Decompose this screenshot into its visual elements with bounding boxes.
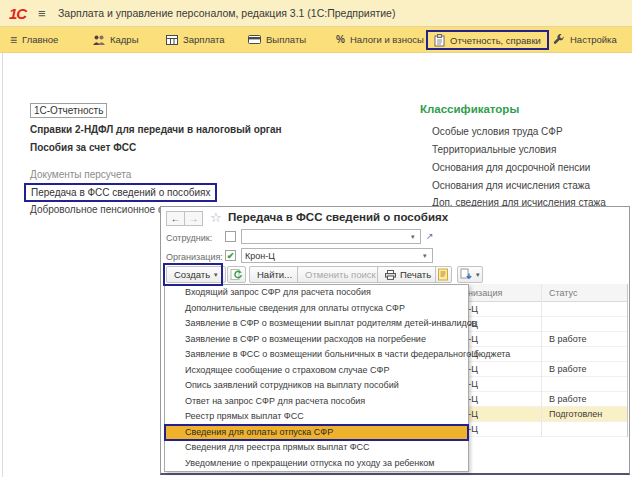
create-by-copy-button[interactable] xyxy=(227,266,246,283)
app-screen: 1С ≡ Зарплата и управление персоналом, р… xyxy=(0,0,632,477)
card-icon xyxy=(248,34,261,45)
copy-document-icon xyxy=(230,268,243,281)
link-1c-reporting[interactable]: 1С-Отчетность xyxy=(30,103,107,118)
menubar-item-taxes[interactable]: % Налоги и взносы xyxy=(336,27,424,52)
employee-label: Сотрудник: xyxy=(166,233,212,243)
nav-buttons: ← → xyxy=(166,211,203,226)
attach-file-button[interactable] xyxy=(435,266,452,283)
menubar-item-reports-annotated[interactable]: Отчетность, справки xyxy=(426,30,549,50)
section-menubar: ≡ Главное Кадры Зарплата Выплаты % Налог… xyxy=(0,27,632,53)
menubar-item-main[interactable]: ≡ Главное xyxy=(10,27,58,52)
employee-input[interactable] xyxy=(241,229,421,244)
menu-item-request-answer[interactable]: Ответ на запрос СФР для расчета пособия xyxy=(165,394,468,410)
people-icon xyxy=(92,34,105,46)
menu-item-funeral-claim[interactable]: Заявление в СФР о возмещении расходов на… xyxy=(165,332,468,348)
window-title: Зарплата и управление персоналом, редакц… xyxy=(58,0,395,27)
organization-input[interactable] xyxy=(241,248,433,263)
chevron-down-icon: ▾ xyxy=(476,271,480,279)
cancel-search-button[interactable]: Отменить поиск xyxy=(297,266,384,283)
find-button[interactable]: Найти... xyxy=(249,266,300,283)
clipboard-icon xyxy=(434,34,445,47)
window-titlebar: 1С ≡ Зарплата и управление персоналом, р… xyxy=(0,0,632,27)
link-fss-benefit-transfer-annotated[interactable]: Передача в ФСС сведений о пособиях xyxy=(24,183,217,202)
menu-item-sick-leave-claim[interactable]: Заявление в ФСС о возмещении больничных … xyxy=(165,347,468,363)
employee-dropdown-icon[interactable]: ▾ xyxy=(411,233,415,241)
menu-item-direct-payments-registry[interactable]: Реестр прямых выплат ФСС xyxy=(165,409,468,425)
forward-button[interactable]: → xyxy=(184,211,203,226)
employee-checkbox[interactable] xyxy=(225,231,236,242)
menubar-item-payments[interactable]: Выплаты xyxy=(248,27,306,52)
printer-icon xyxy=(385,270,396,280)
classifiers-title: Классификаторы xyxy=(420,103,519,115)
classifier-link-special-conditions[interactable]: Особые условия труда СФР xyxy=(432,126,563,137)
dialog-title: Передача в ФСС сведений о пособиях xyxy=(228,211,448,223)
link-fss-benefits[interactable]: Пособия за счет ФСС xyxy=(30,142,136,153)
menu-item-claims-list[interactable]: Опись заявлений сотрудников на выплату п… xyxy=(165,378,468,394)
menu-item-additional-info[interactable]: Дополнительные сведения для оплаты отпус… xyxy=(165,301,468,317)
yellow-document-icon xyxy=(438,268,449,281)
chevron-down-icon: ▾ xyxy=(214,271,218,279)
organization-label: Организация: xyxy=(166,252,223,262)
list-icon: ≡ xyxy=(10,33,17,47)
classifier-link-early-pension[interactable]: Основания для досрочной пенсии xyxy=(432,162,590,173)
export-document-icon xyxy=(460,268,472,281)
open-link-icon[interactable]: ↗ xyxy=(426,231,434,241)
table-icon xyxy=(166,34,178,46)
organization-checkbox[interactable]: ✔ xyxy=(225,250,236,261)
window-left-frame xyxy=(2,53,3,477)
back-button[interactable]: ← xyxy=(166,211,185,226)
organization-dropdown-icon[interactable]: ▾ xyxy=(423,252,427,260)
menubar-item-settings[interactable]: Настройка xyxy=(552,27,617,52)
send-more-button[interactable]: ▾ xyxy=(457,266,483,283)
menu-item-incoming-request[interactable]: Входящий запрос СФР для расчета пособия xyxy=(165,285,468,301)
fss-transfer-dialog: ← → ☆ Передача в ФСС сведений о пособиях… xyxy=(160,206,630,475)
column-divider xyxy=(541,284,542,437)
wrench-icon xyxy=(552,33,565,46)
menu-item-registry-info[interactable]: Сведения для реестра прямых выплат ФСС xyxy=(165,440,468,456)
create-button[interactable]: Создать▾ xyxy=(166,266,226,283)
label-persuchet-docs: Документы персучета xyxy=(30,169,131,180)
1c-logo: 1С xyxy=(9,5,26,22)
menubar-item-salary[interactable]: Зарплата xyxy=(166,27,225,52)
menu-item-childcare-leave-notice[interactable]: Уведомление о прекращении отпуска по ухо… xyxy=(165,456,468,472)
menubar-item-hr[interactable]: Кадры xyxy=(92,27,138,52)
menu-item-vacation-pay-info-highlighted[interactable]: Сведения для оплаты отпуска СФР xyxy=(165,425,468,441)
menu-item-outgoing-message[interactable]: Исходящее сообщение о страховом случае С… xyxy=(165,363,468,379)
main-menu-icon[interactable]: ≡ xyxy=(38,6,46,21)
classifier-link-service-basis[interactable]: Основания для исчисления стажа xyxy=(432,180,590,191)
classifier-link-territorial[interactable]: Территориальные условия xyxy=(432,144,556,155)
favorite-star-icon[interactable]: ☆ xyxy=(210,210,222,225)
percent-icon: % xyxy=(336,34,345,45)
create-dropdown-menu: Входящий запрос СФР для расчета пособия … xyxy=(164,284,469,472)
column-header-status[interactable]: Статус xyxy=(549,288,577,298)
link-2ndfl-certificates[interactable]: Справки 2-НДФЛ для передачи в налоговый … xyxy=(30,124,282,135)
menu-item-disabled-children-claim[interactable]: Заявление в СФР о возмещении выплат роди… xyxy=(165,316,468,332)
